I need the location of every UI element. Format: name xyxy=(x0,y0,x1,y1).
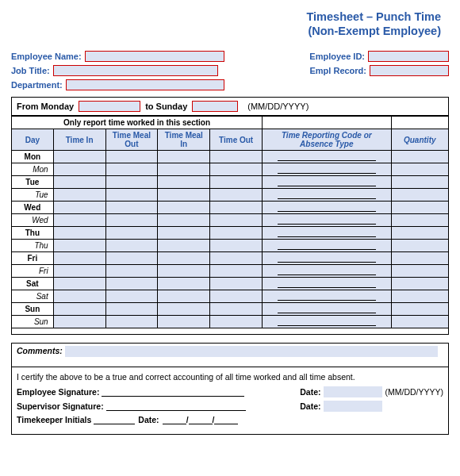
time-cell[interactable] xyxy=(53,290,105,303)
time-cell[interactable] xyxy=(158,189,210,202)
time-cell[interactable] xyxy=(210,214,263,227)
time-cell[interactable] xyxy=(105,303,158,316)
time-cell[interactable] xyxy=(53,163,105,176)
time-cell[interactable] xyxy=(158,265,210,278)
tk-date-m[interactable] xyxy=(163,416,186,424)
time-cell[interactable] xyxy=(210,227,263,240)
time-cell[interactable] xyxy=(210,303,263,316)
department-input[interactable] xyxy=(66,79,224,90)
qty-cell[interactable] xyxy=(391,202,449,214)
code-cell[interactable] xyxy=(263,163,391,176)
time-cell[interactable] xyxy=(158,290,210,303)
code-cell[interactable] xyxy=(263,214,391,227)
time-cell[interactable] xyxy=(53,265,105,278)
employee-name-input[interactable] xyxy=(85,51,224,62)
time-cell[interactable] xyxy=(105,202,158,214)
time-cell[interactable] xyxy=(105,227,158,240)
time-cell[interactable] xyxy=(158,227,210,240)
time-cell[interactable] xyxy=(53,252,105,265)
qty-cell[interactable] xyxy=(391,303,449,316)
time-cell[interactable] xyxy=(53,151,105,163)
time-cell[interactable] xyxy=(158,252,210,265)
code-cell[interactable] xyxy=(263,151,391,163)
code-cell[interactable] xyxy=(263,176,391,189)
time-cell[interactable] xyxy=(158,176,210,189)
time-cell[interactable] xyxy=(210,176,263,189)
time-cell[interactable] xyxy=(105,278,158,290)
time-cell[interactable] xyxy=(105,189,158,202)
code-cell[interactable] xyxy=(263,202,391,214)
code-cell[interactable] xyxy=(263,227,391,240)
supervisor-signature-line[interactable] xyxy=(106,402,246,411)
employee-signature-line[interactable] xyxy=(102,388,244,397)
qty-cell[interactable] xyxy=(391,316,449,328)
to-date-input[interactable] xyxy=(192,101,238,112)
qty-cell[interactable] xyxy=(391,214,449,227)
time-cell[interactable] xyxy=(210,163,263,176)
time-cell[interactable] xyxy=(210,290,263,303)
time-cell[interactable] xyxy=(105,265,158,278)
time-cell[interactable] xyxy=(158,240,210,252)
time-cell[interactable] xyxy=(105,316,158,328)
time-cell[interactable] xyxy=(158,202,210,214)
time-cell[interactable] xyxy=(158,278,210,290)
time-cell[interactable] xyxy=(158,303,210,316)
time-cell[interactable] xyxy=(105,252,158,265)
qty-cell[interactable] xyxy=(391,176,449,189)
time-cell[interactable] xyxy=(158,214,210,227)
emp-date-input[interactable] xyxy=(324,386,382,397)
code-cell[interactable] xyxy=(263,240,391,252)
time-cell[interactable] xyxy=(158,316,210,328)
job-title-input[interactable] xyxy=(53,65,218,76)
time-cell[interactable] xyxy=(210,252,263,265)
code-cell[interactable] xyxy=(263,290,391,303)
qty-cell[interactable] xyxy=(391,240,449,252)
time-cell[interactable] xyxy=(210,240,263,252)
from-date-input[interactable] xyxy=(79,101,140,112)
qty-cell[interactable] xyxy=(391,189,449,202)
employee-id-input[interactable] xyxy=(368,51,449,62)
qty-cell[interactable] xyxy=(391,278,449,290)
time-cell[interactable] xyxy=(105,240,158,252)
qty-cell[interactable] xyxy=(391,290,449,303)
time-cell[interactable] xyxy=(53,214,105,227)
time-cell[interactable] xyxy=(53,176,105,189)
time-cell[interactable] xyxy=(105,151,158,163)
code-cell[interactable] xyxy=(263,303,391,316)
empl-record-input[interactable] xyxy=(370,65,449,76)
time-cell[interactable] xyxy=(210,189,263,202)
code-cell[interactable] xyxy=(263,278,391,290)
code-cell[interactable] xyxy=(263,252,391,265)
code-cell[interactable] xyxy=(263,189,391,202)
tk-date-d[interactable] xyxy=(189,416,213,424)
time-cell[interactable] xyxy=(105,176,158,189)
time-cell[interactable] xyxy=(53,189,105,202)
time-cell[interactable] xyxy=(105,290,158,303)
qty-cell[interactable] xyxy=(391,252,449,265)
code-cell[interactable] xyxy=(263,265,391,278)
time-cell[interactable] xyxy=(210,316,263,328)
time-cell[interactable] xyxy=(53,303,105,316)
tk-date-y[interactable] xyxy=(214,416,238,424)
time-cell[interactable] xyxy=(53,316,105,328)
qty-cell[interactable] xyxy=(391,265,449,278)
qty-cell[interactable] xyxy=(391,163,449,176)
time-cell[interactable] xyxy=(210,265,263,278)
code-cell[interactable] xyxy=(263,316,391,328)
time-cell[interactable] xyxy=(210,202,263,214)
time-cell[interactable] xyxy=(53,240,105,252)
timekeeper-initials[interactable] xyxy=(94,416,135,424)
time-cell[interactable] xyxy=(53,227,105,240)
sup-date-input[interactable] xyxy=(324,401,382,412)
time-cell[interactable] xyxy=(158,163,210,176)
time-cell[interactable] xyxy=(210,278,263,290)
time-cell[interactable] xyxy=(53,278,105,290)
time-cell[interactable] xyxy=(105,214,158,227)
time-cell[interactable] xyxy=(210,151,263,163)
time-cell[interactable] xyxy=(53,202,105,214)
qty-cell[interactable] xyxy=(391,227,449,240)
comments-input[interactable] xyxy=(65,346,438,357)
qty-cell[interactable] xyxy=(391,151,449,163)
time-cell[interactable] xyxy=(158,151,210,163)
time-cell[interactable] xyxy=(105,163,158,176)
